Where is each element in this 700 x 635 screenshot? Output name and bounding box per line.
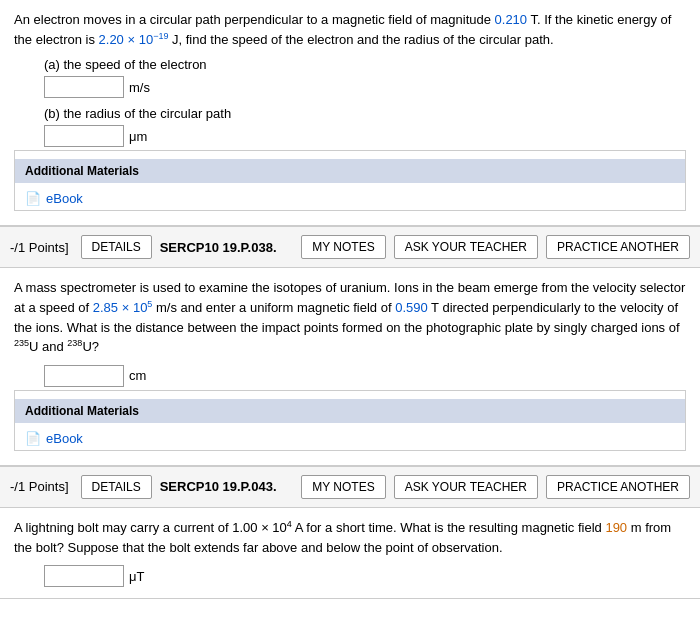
problem-2-text: A mass spectrometer is used to examine t…: [14, 278, 686, 357]
materials-container-2: Additional Materials 📄 eBook: [14, 390, 686, 451]
practice-another-button-1[interactable]: PRACTICE ANOTHER: [546, 235, 690, 259]
additional-materials-label-1: Additional Materials: [15, 159, 685, 183]
ebook-text-1[interactable]: eBook: [46, 191, 83, 206]
my-notes-button-1[interactable]: MY NOTES: [301, 235, 385, 259]
ebook-icon-1: 📄: [25, 191, 41, 206]
my-notes-button-2[interactable]: MY NOTES: [301, 475, 385, 499]
unit-3: μT: [129, 569, 144, 584]
answer-input-2[interactable]: [44, 365, 124, 387]
problem-1-text: An electron moves in a circular path per…: [14, 10, 686, 49]
sub-question-b-label: (b) the radius of the circular path: [44, 106, 686, 121]
ebook-link-2[interactable]: 📄 eBook: [15, 427, 685, 450]
problem-3-text: A lightning bolt may carry a current of …: [14, 518, 686, 557]
value-speed-2: 2.85 × 105: [93, 300, 153, 315]
ask-teacher-button-1[interactable]: ASK YOUR TEACHER: [394, 235, 538, 259]
value-energy: 2.20 × 10−19: [99, 32, 169, 47]
problem-2: A mass spectrometer is used to examine t…: [0, 268, 700, 466]
answer-input-b[interactable]: [44, 125, 124, 147]
input-row-3: μT: [44, 565, 686, 587]
unit-2: cm: [129, 368, 146, 383]
input-row-b: μm: [44, 125, 686, 147]
practice-another-button-2[interactable]: PRACTICE ANOTHER: [546, 475, 690, 499]
unit-a: m/s: [129, 80, 150, 95]
series-label-2: SERCP10 19.P.043.: [160, 479, 277, 494]
answer-input-3[interactable]: [44, 565, 124, 587]
problem-1: An electron moves in a circular path per…: [0, 0, 700, 226]
problem-3: A lightning bolt may carry a current of …: [0, 508, 700, 599]
value-distance-3: 190: [605, 520, 627, 535]
ebook-icon-2: 📄: [25, 431, 41, 446]
additional-materials-label-2: Additional Materials: [15, 399, 685, 423]
input-row-2: cm: [44, 365, 686, 387]
points-label-1: -/1 Points]: [10, 240, 69, 255]
sub-question-a-label: (a) the speed of the electron: [44, 57, 686, 72]
unit-b: μm: [129, 129, 147, 144]
series-label-1: SERCP10 19.P.038.: [160, 240, 277, 255]
toolbar-1: -/1 Points] DETAILS SERCP10 19.P.038. MY…: [0, 226, 700, 268]
value-magnetic-field-1: 0.210: [495, 12, 528, 27]
value-field-2: 0.590: [395, 300, 428, 315]
ebook-link-1[interactable]: 📄 eBook: [15, 187, 685, 210]
points-label-2: -/1 Points]: [10, 479, 69, 494]
toolbar-2: -/1 Points] DETAILS SERCP10 19.P.043. MY…: [0, 466, 700, 508]
input-row-a: m/s: [44, 76, 686, 98]
details-button-2[interactable]: DETAILS: [81, 475, 152, 499]
ebook-text-2[interactable]: eBook: [46, 431, 83, 446]
materials-container-1: Additional Materials 📄 eBook: [14, 150, 686, 211]
answer-input-a[interactable]: [44, 76, 124, 98]
details-button-1[interactable]: DETAILS: [81, 235, 152, 259]
toolbar-right-1: MY NOTES ASK YOUR TEACHER PRACTICE ANOTH…: [301, 235, 690, 259]
ask-teacher-button-2[interactable]: ASK YOUR TEACHER: [394, 475, 538, 499]
toolbar-right-2: MY NOTES ASK YOUR TEACHER PRACTICE ANOTH…: [301, 475, 690, 499]
